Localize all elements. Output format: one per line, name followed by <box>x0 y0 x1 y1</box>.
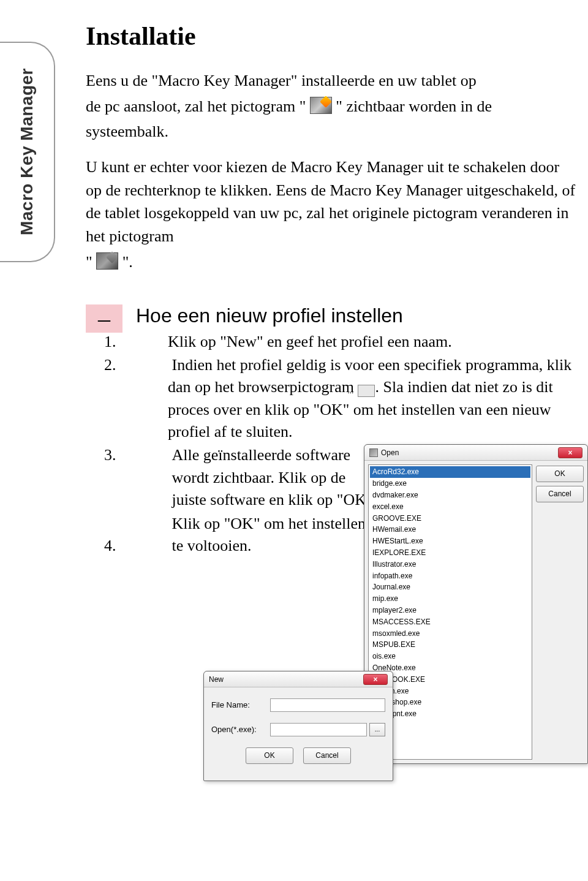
profile-section: – Hoe een nieuw profiel instellen Klik o… <box>86 304 576 559</box>
step-2: Indien het profiel geldig is voor een sp… <box>136 354 576 444</box>
open-exe-label: Open(*.exe): <box>211 724 270 735</box>
open-dialog-titlebar: Open × <box>364 445 587 461</box>
new-dialog-title: New <box>209 675 224 685</box>
step-1: Klik op "New" en geef het profiel een na… <box>136 331 576 353</box>
list-item[interactable]: Journal.exe <box>370 581 530 593</box>
app-icon <box>369 448 378 457</box>
list-item[interactable]: excel.exe <box>370 501 530 513</box>
list-item[interactable]: bridge.exe <box>370 478 530 490</box>
step-3-text: Alle geïnstalleerde software wordt zicht… <box>172 444 380 511</box>
list-item[interactable]: OneNote.exe <box>370 662 530 674</box>
new-dialog-close-button[interactable]: × <box>363 674 388 685</box>
tablet-tray-icon <box>310 97 332 114</box>
step-3: Alle geïnstalleerde software wordt zicht… <box>136 444 576 511</box>
list-item[interactable]: mip.exe <box>370 593 530 605</box>
browse-icon: ... <box>358 385 375 397</box>
new-dialog-ok-button[interactable]: OK <box>246 747 293 764</box>
page-title: Installatie <box>86 21 576 51</box>
step-4-text: Klik op "OK" om het instellen te voltooi… <box>172 513 380 558</box>
file-name-input[interactable] <box>270 698 385 712</box>
list-item[interactable]: dvdmaker.exe <box>370 490 530 501</box>
file-name-label: File Name: <box>211 700 270 711</box>
list-item[interactable]: OUTLOOK.EXE <box>370 674 530 686</box>
list-item[interactable]: MSACCESS.EXE <box>370 616 530 628</box>
sidebar-tab: Macro Key Manager <box>0 42 55 262</box>
list-item[interactable]: pbrush.exe <box>370 686 530 697</box>
intro-line-2a: de pc aansloot, zal het pictogram " <box>86 97 306 115</box>
quote-close: ". <box>123 253 133 271</box>
tablet-tray-disabled-icon <box>96 252 118 270</box>
list-item[interactable]: AcroRd32.exe <box>370 466 530 478</box>
sidebar-label: Macro Key Manager <box>17 68 37 235</box>
open-dialog-close-button[interactable]: × <box>558 447 582 458</box>
new-dialog-cancel-button[interactable]: Cancel <box>303 747 351 764</box>
section-bullet: – <box>86 304 123 333</box>
list-item[interactable]: ois.exe <box>370 651 530 662</box>
list-item[interactable]: IEXPLORE.EXE <box>370 547 530 559</box>
section-body: Hoe een nieuw profiel instellen Klik op … <box>136 304 576 559</box>
open-dialog-cancel-button[interactable]: Cancel <box>536 486 584 502</box>
intro-line-2b: " zichtbaar worden in de <box>336 97 492 115</box>
intro-para-2-icon-line: " ". <box>86 251 576 274</box>
list-item[interactable]: mplayer2.exe <box>370 605 530 616</box>
intro-line-1: Eens u de "Macro Key Manager" installeer… <box>86 69 576 93</box>
new-dialog: New × File Name: Open(*.exe): <box>203 671 393 781</box>
open-exe-input[interactable] <box>270 723 367 736</box>
open-dialog-ok-button[interactable]: OK <box>536 466 584 482</box>
list-item[interactable]: Illustrator.exe <box>370 559 530 570</box>
list-item[interactable]: msoxmled.exe <box>370 628 530 640</box>
browse-button[interactable]: ... <box>369 723 385 736</box>
intro-line-3: systeembalk. <box>86 120 576 143</box>
list-item[interactable]: HWemail.exe <box>370 524 530 535</box>
list-item[interactable]: MSPUB.EXE <box>370 639 530 651</box>
steps-list: Klik op "New" en geef het profiel een na… <box>136 331 576 558</box>
list-item[interactable]: powerpnt.exe <box>370 708 530 720</box>
new-dialog-titlebar: New × <box>204 671 393 687</box>
list-item[interactable]: infopath.exe <box>370 570 530 582</box>
quote-open: " <box>86 253 92 271</box>
open-dialog-title: Open <box>381 448 399 458</box>
list-item[interactable]: GROOVE.EXE <box>370 513 530 524</box>
intro-line-2: de pc aansloot, zal het pictogram " " zi… <box>86 95 576 118</box>
list-item[interactable]: Photoshop.exe <box>370 697 530 708</box>
main-content: Installatie Eens u de "Macro Key Manager… <box>86 21 576 558</box>
intro-para-2: U kunt er echter voor kiezen de Macro Ke… <box>86 156 576 248</box>
section-heading: Hoe een nieuw profiel instellen <box>136 304 576 327</box>
list-item[interactable]: HWEStartL.exe <box>370 535 530 547</box>
open-dialog: Open × AcroRd32.exebridge.exedvdmaker.ex… <box>364 444 588 764</box>
